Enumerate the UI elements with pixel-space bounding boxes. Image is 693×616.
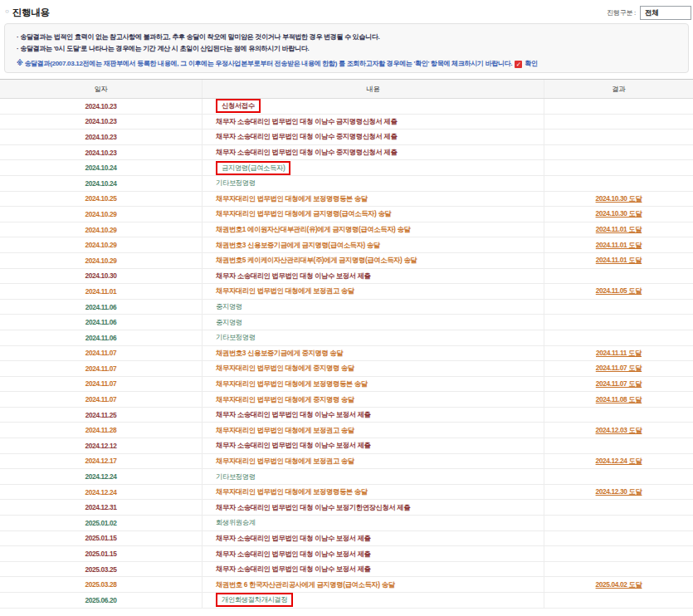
table-row: 2024.11.28 채무자대리인 법무법인 대청에게 보정권고 송달 2024… (0, 423, 693, 438)
row-result: 2024.12.24 도달 (544, 454, 693, 469)
delivery-result-link[interactable]: 2024.10.30 도달 (596, 194, 642, 203)
notice-line-3-text: ※ 송달결과(2007.03.12전에는 재판부에서 등록한 내용에, 그 이후… (17, 58, 512, 70)
delivery-result-link[interactable]: 2024.11.11 도달 (596, 349, 642, 358)
row-date: 2024.10.30 (0, 269, 202, 284)
delivery-result-link[interactable]: 2024.11.07 도달 (596, 364, 642, 373)
row-date: 2025.03.28 (0, 577, 202, 592)
delivery-result-link[interactable]: 2024.12.30 도달 (596, 487, 642, 496)
table-row: 2024.10.23 채무자 소송대리인 법무법인 대청 이남수 중지명령신청서… (0, 130, 693, 145)
row-result: 2024.10.30 도달 (544, 207, 693, 222)
row-content: 기타보정명령 (202, 469, 544, 484)
row-content: 채무자 소송대리인 법무법인 대청 이남수 보정서 제출 (202, 438, 544, 453)
row-date: 2025.01.15 (0, 531, 202, 546)
delivery-result-link[interactable]: 2024.12.03 도달 (596, 426, 642, 435)
table-row: 2024.10.23 채무자 소송대리인 법무법인 대청 이남수 중지명령신청서… (0, 145, 693, 161)
row-content: 채무자 소송대리인 법무법인 대청 이남수 보정서 제출 (202, 269, 544, 284)
header-result: 결과 (544, 80, 693, 98)
row-content: 채무자대리인 법무법인 대청에게 보정명령등본 송달 (202, 485, 544, 500)
row-date: 2024.10.25 (0, 192, 202, 207)
table-row: 2024.10.30 채무자 소송대리인 법무법인 대청 이남수 보정서 제출 (0, 269, 693, 285)
row-date: 2024.12.17 (0, 454, 202, 469)
row-content: 중지명령 (202, 300, 544, 315)
row-date: 2024.11.25 (0, 408, 202, 423)
row-result (544, 160, 693, 175)
delivery-result-link[interactable]: 2024.11.01 도달 (596, 241, 642, 250)
row-result (544, 99, 693, 114)
row-result: 2024.12.03 도달 (544, 423, 693, 438)
delivery-result-link[interactable]: 2024.11.05 도달 (596, 286, 642, 296)
delivery-notice-box: · 송달결과는 법적인 효력이 없는 참고사항에 불과하고, 추후 송달이 착오… (4, 23, 689, 73)
notice-line-2: · 송달결과는 '0시 도달'로 나타나는 경우에는 기간 계산 시 초일이 산… (17, 43, 676, 55)
table-row: 2025.01.02 회생위원승계 (0, 516, 693, 531)
table-row: 2024.12.17 채무자대리인 법무법인 대청에게 보정권고 송달 2024… (0, 454, 693, 470)
row-result: 2024.10.30 도달 (544, 192, 693, 207)
row-date: 2024.11.07 (0, 346, 202, 361)
table-row: 2024.11.06 기타보정명령 (0, 330, 693, 346)
row-date: 2024.10.29 (0, 253, 202, 268)
table-row: 2024.10.29 채권번호5 케이케이자산관리대부(주)에게 금지명령(급여… (0, 253, 693, 269)
progress-filter-label: 진행구분 : (607, 8, 636, 17)
row-content: 기타보정명령 (202, 176, 544, 191)
row-date: 2024.11.06 (0, 330, 202, 345)
delivery-result-link[interactable]: 2024.11.07 도달 (596, 379, 642, 389)
table-row: 2025.01.15 채무자 소송대리인 법무법인 대청 이남수 보정서 제출 (0, 531, 693, 547)
progress-filter-select[interactable]: 전체 (640, 6, 691, 20)
row-content: 기타보정명령 (202, 330, 544, 345)
table-row: 2025.03.25 채무자 소송대리인 법무법인 대청 이남수 보정서 제출 (0, 562, 693, 578)
table-row: 2024.10.24 기타보정명령 (0, 176, 693, 192)
table-row: 2024.11.06 중지명령 (0, 300, 693, 315)
row-result (544, 531, 693, 546)
notice-line-3: ※ 송달결과(2007.03.12전에는 재판부에서 등록한 내용에, 그 이후… (17, 58, 676, 70)
row-date: 2024.10.29 (0, 237, 202, 252)
confirm-checkbox-label: 확인 (525, 58, 537, 70)
row-date: 2024.10.23 (0, 145, 202, 160)
row-result: 2024.11.01 도달 (544, 253, 693, 268)
table-row: 2024.10.23 신청서접수 (0, 99, 693, 115)
row-date: 2024.10.23 (0, 115, 202, 130)
row-content: 채무자대리인 법무법인 대청에게 보정권고 송달 (202, 454, 544, 469)
table-row: 2024.10.25 채무자대리인 법무법인 대청에게 보정명령등본 송달 20… (0, 192, 693, 208)
row-date: 2024.10.23 (0, 99, 202, 114)
delivery-result-link[interactable]: 2024.11.08 도달 (596, 395, 642, 404)
row-date: 2024.10.24 (0, 176, 202, 191)
row-result (544, 145, 693, 160)
row-date: 2025.01.02 (0, 516, 202, 530)
confirm-checkbox[interactable]: ✓ (515, 61, 522, 68)
row-result (544, 546, 693, 561)
row-result: 2024.11.07 도달 (544, 361, 693, 376)
table-body: 2024.10.23 신청서접수 2024.10.23 채무자 소송대리인 법무… (0, 99, 693, 609)
row-date: 2024.11.01 (0, 284, 202, 299)
row-content: 채권번호3 신용보증기금에게 중지명령 송달 (202, 346, 544, 361)
row-date: 2024.11.06 (0, 300, 202, 315)
delivery-result-link[interactable]: 2024.11.01 도달 (596, 225, 642, 234)
row-content: 신청서접수 (202, 99, 544, 114)
progress-page: ○ 진행내용 진행구분 : 전체 · 송달결과는 법적인 효력이 없는 참고사항… (0, 0, 693, 616)
table-row: 2024.11.01 채무자대리인 법무법인 대청에게 보정권고 송달 2024… (0, 284, 693, 300)
row-date: 2024.10.23 (0, 130, 202, 144)
row-date: 2024.10.29 (0, 207, 202, 222)
row-date: 2025.01.15 (0, 546, 202, 561)
progress-filter: 진행구분 : 전체 (607, 6, 688, 20)
row-content: 채무자대리인 법무법인 대청에게 중지명령 송달 (202, 392, 544, 407)
delivery-result-link[interactable]: 2024.11.01 도달 (596, 256, 642, 265)
row-result (544, 115, 693, 130)
title-bullet-icon: ○ (5, 8, 9, 15)
delivery-result-link[interactable]: 2024.10.30 도달 (596, 209, 642, 218)
row-result (544, 500, 693, 515)
delivery-result-link[interactable]: 2025.04.02 도달 (596, 580, 642, 589)
row-content: 채무자대리인 법무법인 대청에게 보정권고 송달 (202, 284, 544, 299)
table-row: 2024.12.24 기타보정명령 (0, 469, 693, 485)
row-date: 2024.11.07 (0, 392, 202, 407)
row-content: 채무자 소송대리인 법무법인 대청 이남수 보정서 제출 (202, 531, 544, 546)
table-row: 2024.11.07 채무자대리인 법무법인 대청에게 중지명령 송달 2024… (0, 392, 693, 408)
row-content: 채무자대리인 법무법인 대청에게 금지명령(급여소득자) 송달 (202, 207, 544, 222)
table-row: 2024.12.12 채무자 소송대리인 법무법인 대청 이남수 보정서 제출 (0, 438, 693, 454)
row-content: 채권번호 6 한국자산관리공사에게 금지명령(급여소득자) 송달 (202, 577, 544, 592)
table-row: 2024.10.29 채무자대리인 법무법인 대청에게 금지명령(급여소득자) … (0, 207, 693, 222)
table-row: 2024.11.25 채무자 소송대리인 법무법인 대청 이남수 보정서 제출 (0, 408, 693, 423)
delivery-result-link[interactable]: 2024.12.24 도달 (596, 457, 642, 466)
row-content: 채무자 소송대리인 법무법인 대청 이남수 중지명령신청서 제출 (202, 145, 544, 160)
row-content: 개인회생절차개시결정 (202, 593, 544, 608)
row-date: 2024.12.12 (0, 438, 202, 453)
row-content: 채무자 소송대리인 법무법인 대청 이남수 금지명령신청서 제출 (202, 115, 544, 130)
